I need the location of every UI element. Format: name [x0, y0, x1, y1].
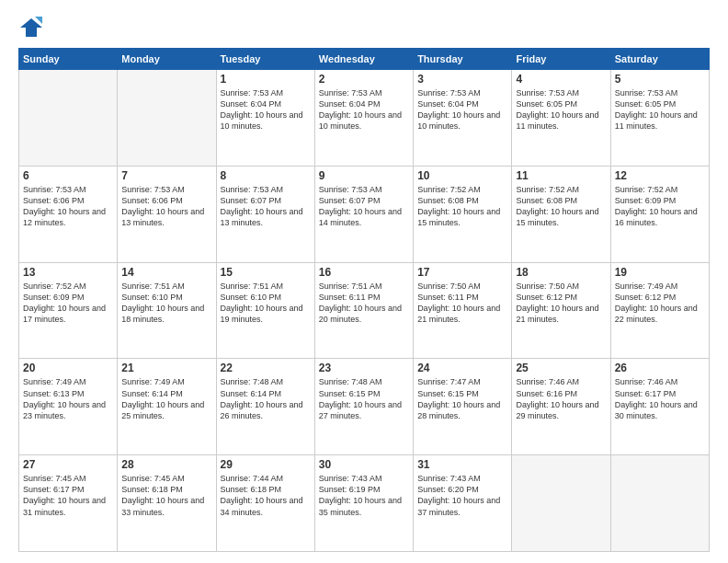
day-number: 23 — [319, 362, 409, 374]
day-number: 9 — [319, 169, 409, 182]
cell-details: Sunrise: 7:51 AM Sunset: 6:11 PM Dayligh… — [319, 281, 409, 326]
day-number: 31 — [417, 458, 507, 471]
day-number: 8 — [221, 169, 311, 182]
cell-details: Sunrise: 7:52 AM Sunset: 6:08 PM Dayligh… — [417, 184, 507, 229]
cell-details: Sunrise: 7:52 AM Sunset: 6:09 PM Dayligh… — [23, 281, 113, 326]
cell-details: Sunrise: 7:48 AM Sunset: 6:15 PM Dayligh… — [319, 376, 409, 421]
day-number: 28 — [121, 458, 211, 471]
day-number: 1 — [221, 73, 311, 86]
calendar-cell — [512, 455, 610, 552]
day-number: 18 — [516, 266, 606, 279]
calendar-cell: 17Sunrise: 7:50 AM Sunset: 6:11 PM Dayli… — [414, 262, 512, 359]
cell-details: Sunrise: 7:43 AM Sunset: 6:19 PM Dayligh… — [319, 473, 409, 518]
day-number: 14 — [121, 266, 211, 279]
calendar-cell: 3Sunrise: 7:53 AM Sunset: 6:04 PM Daylig… — [414, 70, 512, 167]
day-number: 3 — [417, 73, 507, 86]
day-number: 29 — [221, 458, 311, 471]
calendar-cell: 19Sunrise: 7:49 AM Sunset: 6:12 PM Dayli… — [610, 262, 709, 359]
calendar-cell: 16Sunrise: 7:51 AM Sunset: 6:11 PM Dayli… — [314, 262, 413, 359]
calendar-header-row: SundayMondayTuesdayWednesdayThursdayFrid… — [19, 49, 710, 70]
day-number: 13 — [23, 266, 113, 279]
cell-details: Sunrise: 7:53 AM Sunset: 6:07 PM Dayligh… — [221, 184, 311, 229]
cell-details: Sunrise: 7:50 AM Sunset: 6:11 PM Dayligh… — [417, 281, 507, 326]
calendar-week-4: 20Sunrise: 7:49 AM Sunset: 6:13 PM Dayli… — [19, 359, 710, 455]
day-number: 30 — [319, 458, 409, 471]
calendar-cell: 8Sunrise: 7:53 AM Sunset: 6:07 PM Daylig… — [216, 166, 314, 262]
calendar-cell: 20Sunrise: 7:49 AM Sunset: 6:13 PM Dayli… — [19, 359, 118, 455]
day-number: 10 — [417, 169, 507, 182]
calendar-cell: 11Sunrise: 7:52 AM Sunset: 6:08 PM Dayli… — [512, 166, 610, 262]
calendar-cell: 13Sunrise: 7:52 AM Sunset: 6:09 PM Dayli… — [19, 262, 118, 359]
calendar-cell: 10Sunrise: 7:52 AM Sunset: 6:08 PM Dayli… — [414, 166, 512, 262]
column-header-tuesday: Tuesday — [216, 49, 314, 70]
calendar-cell: 14Sunrise: 7:51 AM Sunset: 6:10 PM Dayli… — [118, 262, 216, 359]
day-number: 19 — [615, 266, 705, 279]
cell-details: Sunrise: 7:46 AM Sunset: 6:16 PM Dayligh… — [516, 376, 606, 421]
cell-details: Sunrise: 7:49 AM Sunset: 6:13 PM Dayligh… — [23, 376, 113, 421]
column-header-sunday: Sunday — [19, 49, 118, 70]
calendar-cell — [19, 70, 118, 167]
column-header-wednesday: Wednesday — [314, 49, 413, 70]
day-number: 27 — [23, 458, 113, 471]
cell-details: Sunrise: 7:53 AM Sunset: 6:05 PM Dayligh… — [516, 87, 606, 132]
calendar-cell: 26Sunrise: 7:46 AM Sunset: 6:17 PM Dayli… — [610, 359, 709, 455]
calendar-cell: 9Sunrise: 7:53 AM Sunset: 6:07 PM Daylig… — [314, 166, 413, 262]
day-number: 16 — [319, 266, 409, 279]
cell-details: Sunrise: 7:53 AM Sunset: 6:04 PM Dayligh… — [417, 87, 507, 132]
day-number: 20 — [23, 362, 113, 374]
cell-details: Sunrise: 7:52 AM Sunset: 6:08 PM Dayligh… — [516, 184, 606, 229]
cell-details: Sunrise: 7:48 AM Sunset: 6:14 PM Dayligh… — [221, 376, 311, 421]
calendar-cell: 12Sunrise: 7:52 AM Sunset: 6:09 PM Dayli… — [610, 166, 709, 262]
calendar-cell: 18Sunrise: 7:50 AM Sunset: 6:12 PM Dayli… — [512, 262, 610, 359]
calendar-cell: 5Sunrise: 7:53 AM Sunset: 6:05 PM Daylig… — [610, 70, 709, 167]
day-number: 17 — [417, 266, 507, 279]
cell-details: Sunrise: 7:45 AM Sunset: 6:18 PM Dayligh… — [121, 473, 211, 518]
column-header-friday: Friday — [512, 49, 610, 70]
calendar-cell: 24Sunrise: 7:47 AM Sunset: 6:15 PM Dayli… — [414, 359, 512, 455]
day-number: 15 — [221, 266, 311, 279]
cell-details: Sunrise: 7:51 AM Sunset: 6:10 PM Dayligh… — [121, 281, 211, 326]
cell-details: Sunrise: 7:50 AM Sunset: 6:12 PM Dayligh… — [516, 281, 606, 326]
cell-details: Sunrise: 7:43 AM Sunset: 6:20 PM Dayligh… — [417, 473, 507, 518]
day-number: 2 — [319, 73, 409, 86]
calendar-cell: 29Sunrise: 7:44 AM Sunset: 6:18 PM Dayli… — [216, 455, 314, 552]
day-number: 7 — [121, 169, 211, 182]
day-number: 4 — [516, 73, 606, 86]
calendar-cell: 31Sunrise: 7:43 AM Sunset: 6:20 PM Dayli… — [414, 455, 512, 552]
cell-details: Sunrise: 7:53 AM Sunset: 6:06 PM Dayligh… — [121, 184, 211, 229]
cell-details: Sunrise: 7:49 AM Sunset: 6:12 PM Dayligh… — [615, 281, 705, 326]
column-header-thursday: Thursday — [414, 49, 512, 70]
calendar-cell: 7Sunrise: 7:53 AM Sunset: 6:06 PM Daylig… — [118, 166, 216, 262]
calendar-cell — [118, 70, 216, 167]
cell-details: Sunrise: 7:53 AM Sunset: 6:06 PM Dayligh… — [23, 184, 113, 229]
calendar-cell: 2Sunrise: 7:53 AM Sunset: 6:04 PM Daylig… — [314, 70, 413, 167]
cell-details: Sunrise: 7:46 AM Sunset: 6:17 PM Dayligh… — [615, 376, 705, 421]
calendar-cell — [610, 455, 709, 552]
calendar-week-5: 27Sunrise: 7:45 AM Sunset: 6:17 PM Dayli… — [19, 455, 710, 552]
cell-details: Sunrise: 7:47 AM Sunset: 6:15 PM Dayligh… — [417, 376, 507, 421]
calendar-week-1: 1Sunrise: 7:53 AM Sunset: 6:04 PM Daylig… — [19, 70, 710, 167]
cell-details: Sunrise: 7:53 AM Sunset: 6:05 PM Dayligh… — [615, 87, 705, 132]
calendar-cell: 21Sunrise: 7:49 AM Sunset: 6:14 PM Dayli… — [118, 359, 216, 455]
calendar-table: SundayMondayTuesdayWednesdayThursdayFrid… — [18, 48, 710, 552]
column-header-saturday: Saturday — [610, 49, 709, 70]
day-number: 6 — [23, 169, 113, 182]
calendar-cell: 30Sunrise: 7:43 AM Sunset: 6:19 PM Dayli… — [314, 455, 413, 552]
calendar-cell: 15Sunrise: 7:51 AM Sunset: 6:10 PM Dayli… — [216, 262, 314, 359]
day-number: 21 — [121, 362, 211, 374]
cell-details: Sunrise: 7:53 AM Sunset: 6:04 PM Dayligh… — [319, 87, 409, 132]
day-number: 12 — [615, 169, 705, 182]
calendar-cell: 4Sunrise: 7:53 AM Sunset: 6:05 PM Daylig… — [512, 70, 610, 167]
cell-details: Sunrise: 7:44 AM Sunset: 6:18 PM Dayligh… — [221, 473, 311, 518]
cell-details: Sunrise: 7:49 AM Sunset: 6:14 PM Dayligh… — [121, 376, 211, 421]
calendar-cell: 6Sunrise: 7:53 AM Sunset: 6:06 PM Daylig… — [19, 166, 118, 262]
day-number: 5 — [615, 73, 705, 86]
logo — [18, 15, 48, 40]
calendar-cell: 27Sunrise: 7:45 AM Sunset: 6:17 PM Dayli… — [19, 455, 118, 552]
logo-icon — [18, 15, 44, 40]
calendar-cell: 23Sunrise: 7:48 AM Sunset: 6:15 PM Dayli… — [314, 359, 413, 455]
calendar-cell: 28Sunrise: 7:45 AM Sunset: 6:18 PM Dayli… — [118, 455, 216, 552]
cell-details: Sunrise: 7:53 AM Sunset: 6:07 PM Dayligh… — [319, 184, 409, 229]
day-number: 24 — [417, 362, 507, 374]
calendar-cell: 1Sunrise: 7:53 AM Sunset: 6:04 PM Daylig… — [216, 70, 314, 167]
